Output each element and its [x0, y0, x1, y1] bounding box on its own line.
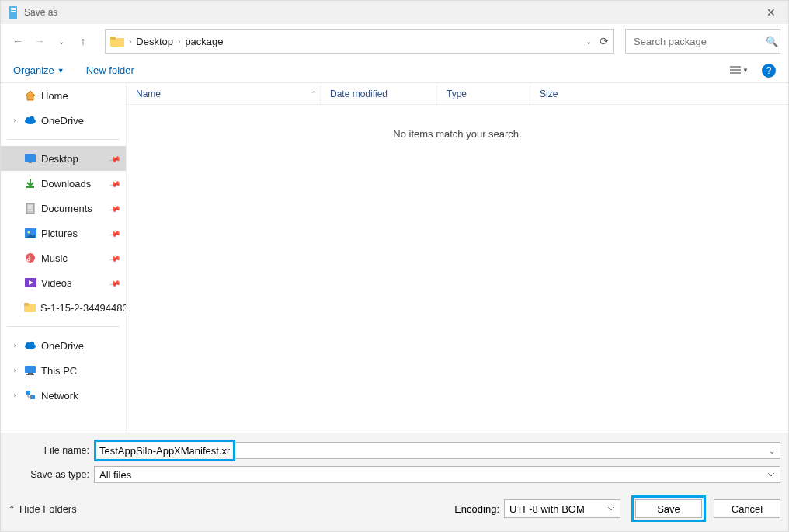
folder-icon	[24, 301, 36, 314]
tree-home[interactable]: Home	[1, 83, 126, 108]
tree-label: OneDrive	[41, 115, 84, 127]
forward-icon[interactable]: →	[30, 32, 49, 50]
tree-sid-folder[interactable]: S-1-15-2-344944837	[1, 295, 126, 320]
chevron-right-icon[interactable]: ›	[10, 116, 19, 124]
organize-label: Organize	[13, 64, 54, 76]
search-input[interactable]	[632, 35, 766, 48]
home-icon	[24, 89, 36, 102]
tree-separator	[7, 139, 120, 140]
back-icon[interactable]: ←	[9, 32, 27, 50]
search-icon[interactable]: 🔍	[766, 36, 778, 47]
tree-label: Desktop	[41, 153, 78, 165]
breadcrumb-desktop[interactable]: Desktop	[136, 36, 173, 47]
filename-input[interactable]	[98, 443, 231, 457]
up-icon[interactable]: ↑	[74, 32, 92, 50]
filename-row: File name: ⌄	[9, 440, 780, 461]
help-icon[interactable]: ?	[762, 64, 776, 78]
pin-icon: 📌	[109, 202, 121, 214]
dropdown-caret-icon: ▼	[742, 67, 749, 74]
hide-folders-label: Hide Folders	[19, 503, 77, 515]
cloud-icon	[24, 114, 36, 127]
svg-rect-32	[25, 366, 36, 373]
tree-this-pc[interactable]: › This PC	[1, 358, 126, 383]
close-icon[interactable]: ✕	[760, 3, 782, 22]
encoding-label: Encoding:	[454, 503, 499, 515]
cancel-button[interactable]: Cancel	[714, 499, 780, 518]
filename-dropdown-icon[interactable]: ⌄	[769, 447, 775, 455]
tree-label: This PC	[41, 365, 77, 377]
col-date[interactable]: Date modified	[321, 83, 437, 104]
chevron-right-icon[interactable]: ›	[10, 367, 19, 374]
refresh-icon[interactable]: ⟳	[600, 35, 609, 47]
saveastype-select[interactable]: All files	[94, 466, 780, 483]
encoding-select[interactable]: UTF-8 with BOM	[504, 499, 620, 518]
chevron-right-icon: ›	[178, 37, 180, 46]
cancel-wrap: Cancel	[714, 499, 780, 518]
tree-videos[interactable]: Videos 📌	[1, 270, 126, 295]
new-folder-button[interactable]: New folder	[86, 64, 134, 76]
file-list: Name ⌃ Date modified Type Size No items …	[127, 83, 788, 433]
tree-label: Downloads	[41, 178, 91, 190]
tree-label: Network	[41, 390, 78, 402]
saveastype-row: Save as type: All files	[9, 466, 780, 483]
tree-onedrive[interactable]: › OneDrive	[1, 108, 126, 133]
svg-rect-33	[28, 373, 33, 374]
tree-documents[interactable]: Documents 📌	[1, 196, 126, 221]
save-button[interactable]: Save	[635, 499, 702, 518]
tree-label: Documents	[41, 203, 92, 214]
tree-label: Music	[41, 252, 68, 264]
save-as-window: Save as ✕ ← → ⌄ ↑ › Desktop › package ⌄ …	[0, 0, 789, 532]
tree-label: Home	[41, 90, 68, 102]
desktop-icon	[24, 152, 36, 165]
dropdown-caret-icon: ▼	[57, 67, 64, 75]
app-icon	[7, 6, 19, 19]
saveastype-label: Save as type:	[9, 469, 94, 480]
col-name[interactable]: Name	[127, 83, 321, 104]
chevron-up-icon: ⌃	[9, 505, 15, 513]
chevron-right-icon[interactable]: ›	[10, 391, 19, 399]
hide-folders-toggle[interactable]: ⌃ Hide Folders	[9, 503, 77, 515]
svg-rect-1	[11, 8, 16, 9]
col-type[interactable]: Type	[437, 83, 530, 104]
address-dropdown-icon[interactable]: ⌄	[586, 37, 592, 46]
breadcrumb-package[interactable]: package	[185, 36, 223, 47]
svg-rect-14	[29, 162, 32, 163]
cloud-icon	[24, 339, 36, 352]
svg-point-31	[30, 342, 34, 346]
save-panel: File name: ⌄ Save as type: All files ⌃ H…	[1, 433, 788, 531]
svg-point-22	[27, 231, 30, 233]
pin-icon: 📌	[109, 177, 121, 190]
pin-icon: 📌	[109, 276, 121, 289]
filename-highlight	[94, 440, 235, 461]
pc-icon	[24, 364, 36, 377]
save-highlight: Save	[631, 495, 706, 522]
svg-rect-5	[110, 37, 116, 40]
chevron-right-icon[interactable]: ›	[10, 342, 19, 349]
tree-desktop[interactable]: Desktop 📌	[1, 146, 126, 171]
tree-downloads[interactable]: Downloads 📌	[1, 171, 126, 196]
recent-dropdown-icon[interactable]: ⌄	[52, 32, 71, 50]
tree-label: Pictures	[41, 228, 78, 239]
address-bar[interactable]: › Desktop › package ⌄ ⟳	[105, 29, 614, 54]
col-size[interactable]: Size	[530, 83, 593, 104]
svg-rect-13	[25, 154, 36, 162]
pin-icon: 📌	[109, 227, 121, 239]
download-icon	[24, 177, 36, 190]
music-icon	[24, 252, 36, 264]
tree-pictures[interactable]: Pictures 📌	[1, 221, 126, 245]
view-options-button[interactable]: ▼	[729, 61, 749, 81]
network-icon	[24, 389, 36, 402]
tree-onedrive-2[interactable]: › OneDrive	[1, 333, 126, 358]
chevron-right-icon: ›	[129, 37, 131, 46]
document-icon	[24, 202, 36, 214]
bottom-row: ⌃ Hide Folders Encoding: UTF-8 with BOM …	[9, 495, 780, 522]
toolbar: Organize ▼ New folder ▼ ?	[1, 58, 788, 83]
tree-network[interactable]: › Network	[1, 383, 126, 408]
svg-rect-28	[24, 303, 29, 306]
tree-music[interactable]: Music 📌	[1, 245, 126, 270]
empty-state: No items match your search.	[127, 105, 788, 140]
search-box[interactable]: 🔍	[625, 29, 780, 54]
tree-label: S-1-15-2-344944837	[40, 302, 126, 314]
organize-menu[interactable]: Organize ▼	[13, 64, 64, 76]
svg-rect-35	[26, 391, 30, 395]
